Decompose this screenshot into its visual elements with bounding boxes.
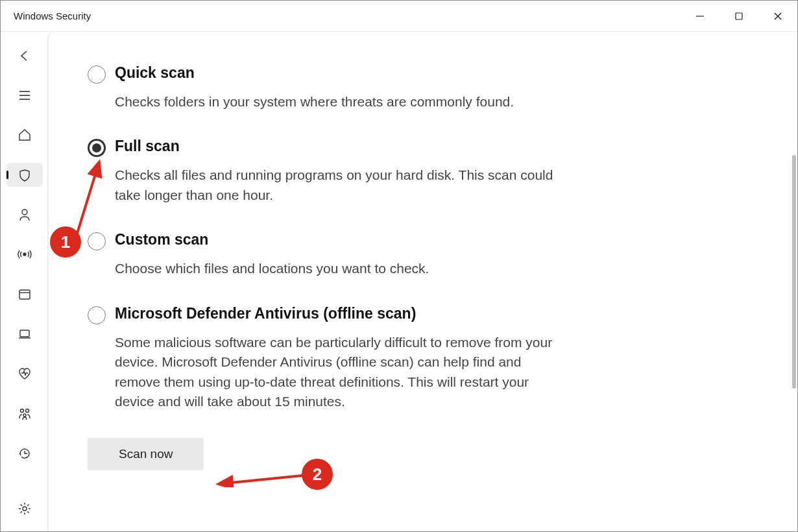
nav-settings[interactable] (6, 497, 43, 521)
minimize-button[interactable] (681, 1, 719, 32)
sidebar (1, 32, 48, 532)
hamburger-icon (18, 88, 32, 103)
window-icon (18, 287, 32, 302)
hamburger-button[interactable] (6, 83, 43, 107)
nav-device-security[interactable] (6, 322, 43, 346)
svg-point-8 (23, 253, 26, 256)
family-icon (18, 407, 32, 421)
person-icon (18, 208, 32, 222)
gear-icon (18, 502, 32, 516)
svg-point-13 (20, 409, 23, 412)
svg-point-7 (22, 210, 27, 215)
antenna-icon (18, 247, 32, 261)
annotation-arrow-2 (208, 468, 312, 487)
option-description: Checks folders in your system where thre… (115, 92, 562, 112)
option-description: Choose which files and locations you wan… (115, 259, 562, 278)
svg-line-18 (218, 476, 302, 484)
nav-account-protection[interactable] (6, 202, 43, 226)
minimize-icon (695, 12, 705, 21)
option-title: Quick scan (115, 64, 581, 82)
svg-point-14 (25, 409, 29, 412)
nav-family-options[interactable] (6, 402, 43, 426)
heartbeat-icon (18, 367, 32, 381)
nav-device-performance[interactable] (6, 362, 43, 386)
window-title: Windows Security (14, 10, 91, 21)
home-icon (18, 128, 32, 142)
nav-firewall[interactable] (6, 243, 43, 267)
close-icon (773, 12, 782, 21)
nav-home[interactable] (6, 123, 43, 147)
option-description: Some malicious software can be particula… (115, 333, 562, 412)
maximize-icon (734, 12, 744, 21)
annotation-callout-2: 2 (302, 459, 333, 490)
scan-option-offline: Microsoft Defender Antivirus (offline sc… (88, 305, 581, 412)
radio-offline-scan[interactable] (88, 306, 106, 324)
option-description: Checks all files and running programs on… (115, 165, 562, 205)
nav-protection-history[interactable] (6, 441, 43, 465)
nav-virus-protection[interactable] (6, 163, 43, 187)
scan-option-quick: Quick scan Checks folders in your system… (88, 64, 581, 112)
main-panel: Quick scan Checks folders in your system… (48, 32, 797, 532)
window-controls (681, 1, 797, 32)
laptop-icon (18, 327, 32, 341)
radio-quick-scan[interactable] (88, 66, 106, 84)
shield-icon (18, 168, 32, 182)
option-title: Custom scan (115, 231, 581, 248)
scan-option-custom: Custom scan Choose which files and locat… (88, 231, 581, 278)
annotation-callout-1: 1 (50, 226, 81, 258)
svg-point-16 (23, 507, 27, 511)
scrollbar-thumb[interactable] (792, 155, 796, 389)
maximize-button[interactable] (719, 1, 758, 32)
scan-option-full: Full scan Checks all files and running p… (88, 138, 581, 205)
svg-rect-11 (20, 330, 29, 337)
close-button[interactable] (758, 1, 797, 32)
scan-now-button[interactable]: Scan now (88, 438, 204, 470)
option-title: Full scan (115, 138, 581, 155)
history-icon (18, 446, 32, 461)
title-bar: Windows Security (1, 1, 797, 32)
nav-app-browser[interactable] (6, 282, 43, 306)
option-title: Microsoft Defender Antivirus (offline sc… (115, 305, 581, 322)
back-icon (18, 49, 32, 63)
svg-rect-9 (19, 290, 30, 299)
svg-line-17 (76, 162, 99, 237)
back-button[interactable] (6, 43, 43, 67)
svg-rect-1 (736, 13, 742, 19)
svg-point-15 (23, 414, 26, 417)
